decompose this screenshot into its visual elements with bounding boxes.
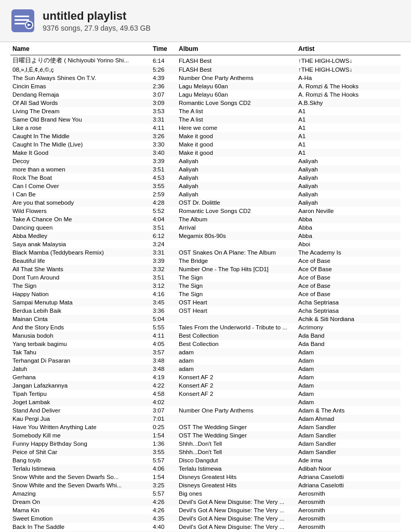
song-artist: Acrimony [296,323,401,331]
song-name: Mama Kin [10,506,151,514]
song-artist: Adam [296,348,401,356]
table-row[interactable]: Black Mamba (Teddybears Remix)3:31OST Sn… [10,248,401,257]
table-row[interactable]: Joget Lambak4:02Adam [10,398,401,406]
song-name: Make It Good [10,149,151,157]
table-row[interactable]: Caught In The Middle3:26Make it goodA1 [10,132,401,140]
table-row[interactable]: 08,»,I,É,¢,é,©,ç5:26FLASH Best↑THE HIGH-… [10,65,401,74]
table-row[interactable]: Sampai Menutup Mata3:45OST HeartAcha Sep… [10,298,401,307]
song-album: Shhh...Don't Tell [177,440,296,448]
col-header-name[interactable]: Name [10,42,151,55]
table-row[interactable]: Can I Come Over3:55AaliyahAaliyah [10,182,401,190]
table-row[interactable]: Terlalu Istimewa4:06Terlalu IstimewaAdib… [10,464,401,473]
table-row[interactable]: Caught In The Midle (Live)3:30Make it go… [10,140,401,149]
table-row[interactable]: Somebody Kill me1:54OST The Wedding Sing… [10,431,401,440]
table-row[interactable]: Sweet Emotion4:35Devil's Got A New Disgu… [10,514,401,523]
song-name: Jatuh [10,365,151,373]
song-artist: A1 [296,115,401,124]
song-album: The A list [177,107,296,115]
table-row[interactable]: Have You Written Anything Late0:25OST Th… [10,423,401,431]
table-row[interactable]: Dendang Remaja3:07Lagu Melayu 60anA. Rom… [10,90,401,99]
song-album [177,315,296,323]
table-row[interactable]: 日曜日よりの使者 ( Nichiyoubi Yorino Shi...6:14F… [10,55,401,65]
song-time: 3:48 [151,365,177,373]
table-row[interactable]: Beautiful life3:39The BridgeAce of Base [10,257,401,265]
song-name: Funny Happy Birthday Song [10,440,151,448]
song-album: Aaliyah [177,165,296,174]
song-artist: Aerosmith [296,506,401,514]
table-row[interactable]: Cincin Emas2:36Lagu Melayu 60anA. Romzi … [10,82,401,90]
song-name: Snow White and the Seven Dwarfs Whi... [10,481,151,489]
table-row[interactable]: I Can Be2:59AaliyahAaliyah [10,190,401,198]
song-name: Back In The Saddle [10,523,151,531]
table-row[interactable]: Jangan Lafazkannya4:22Konsert AF 2Adam [10,381,401,390]
table-row[interactable]: Jatuh3:48adamAdam [10,365,401,373]
song-name: Amazing [10,489,151,498]
table-row[interactable]: Living The Dream3:53The A listA1 [10,107,401,115]
table-row[interactable]: Berdua Lebih Baik3:36OST HeartAcha Septr… [10,307,401,315]
table-row[interactable]: Happy Nation4:16The SignAce of Base [10,290,401,298]
table-row[interactable]: Like a rose4:11Here we comeA1 [10,124,401,132]
table-row[interactable]: Yang terbaik bagimu4:05Best CollectionAd… [10,340,401,348]
song-album: The Sign [177,290,296,298]
table-row[interactable]: Rock The Boat4:53AaliyahAaliyah [10,174,401,182]
table-row[interactable]: Saya anak Malaysia3:24Aboi [10,240,401,248]
table-row[interactable]: And the Story Ends5:55Tales From the Und… [10,323,401,331]
song-name: Terhangat Di Pasaran [10,356,151,365]
table-row[interactable]: Make It Good3:40Make it goodA1 [10,149,401,157]
song-artist: A1 [296,140,401,149]
table-row[interactable]: Take A Chance On Me4:04The AlbumAbba [10,215,401,223]
song-artist: Adam Ahmad [296,415,401,423]
song-album: Aaliyah [177,174,296,182]
table-row[interactable]: The Sign3:12The SignAce of Base [10,282,401,290]
song-album: OST Dr. Dolittle [177,198,296,207]
table-row[interactable]: Peice of Shit Car3:55Shhh...Don't TellAd… [10,448,401,456]
table-row[interactable]: Decoy3:39AaliyahAaliyah [10,157,401,165]
table-row[interactable]: Mainan Cinta5:04Achik & Siti Nordiana [10,315,401,323]
song-time: 3:51 [151,273,177,282]
col-header-artist[interactable]: Artist [296,42,401,55]
table-row[interactable]: Same Old Brand New You3:31The A listA1 [10,115,401,124]
table-row[interactable]: Back In The Saddle4:40Devil's Got A New … [10,523,401,531]
table-row[interactable]: Bang toyib5:57Disco DangdutAde irma [10,456,401,464]
song-time: 1:36 [151,440,177,448]
table-row[interactable]: Gerhana4:19Konsert AF 2Adam [10,373,401,381]
table-row[interactable]: Wild Flowers5:52Romantic Love Songs CD2A… [10,207,401,215]
song-name: Manusia bodoh [10,331,151,340]
table-row[interactable]: Amazing5:57Big onesAerosmith [10,489,401,498]
table-row[interactable]: Kau Pergi Jua7:01Adam Ahmad [10,415,401,423]
song-time: 3:55 [151,182,177,190]
song-name: Somebody Kill me [10,431,151,440]
table-row[interactable]: Of All Sad Words3:09Romantic Love Songs … [10,99,401,107]
table-row[interactable]: Dont Turn Around3:51The SignAce of Base [10,273,401,282]
svg-rect-3 [15,23,25,24]
table-row[interactable]: Manusia bodoh4:11Best CollectionAda Band [10,331,401,340]
song-time: 4:58 [151,390,177,398]
table-row[interactable]: Dream On4:26Devil's Got A New Disguise: … [10,498,401,506]
table-row[interactable]: Funny Happy Birthday Song1:36Shhh...Don'… [10,440,401,448]
col-header-time[interactable]: Time [151,42,177,55]
song-time: 3:51 [151,223,177,232]
song-artist: A. Romzi & The Hooks [296,90,401,99]
song-name: The Sign [10,282,151,290]
table-row[interactable]: Tak Tahu3:57adamAdam [10,348,401,356]
table-row[interactable]: Dancing queen3:51ArrivalAbba [10,223,401,232]
table-row[interactable]: The Sun Always Shines On T.V.4:39Number … [10,74,401,82]
col-header-album[interactable]: Album [177,42,296,55]
table-row[interactable]: Stand And Deliver3:07Number One Party An… [10,406,401,415]
table-row[interactable]: Snow White and the Seven Dwarfs Whi...3:… [10,481,401,489]
song-album: adam [177,356,296,365]
table-row[interactable]: Are you that somebody4:28OST Dr. Dolittl… [10,198,401,207]
table-row[interactable]: Tipah Tertipu4:58Konsert AF 2Adam [10,390,401,398]
song-album: Devil's Got A New Disguise: The Very ... [177,498,296,506]
song-name: Tak Tahu [10,348,151,356]
table-row[interactable]: All That She Wants3:32Number One - The T… [10,265,401,273]
table-row[interactable]: Terhangat Di Pasaran3:48adamAdam [10,356,401,365]
table-row[interactable]: Snow White and the Seven Dwarfs So...1:5… [10,473,401,481]
table-row[interactable]: Abba Medley6:12Megamix 80s-90sAbba [10,232,401,240]
song-time: 3:57 [151,348,177,356]
song-name: The Sun Always Shines On T.V. [10,74,151,82]
table-row[interactable]: more than a women3:51AaliyahAaliyah [10,165,401,174]
song-name: Dream On [10,498,151,506]
song-album: Aaliyah [177,157,296,165]
table-row[interactable]: Mama Kin4:26Devil's Got A New Disguise: … [10,506,401,514]
